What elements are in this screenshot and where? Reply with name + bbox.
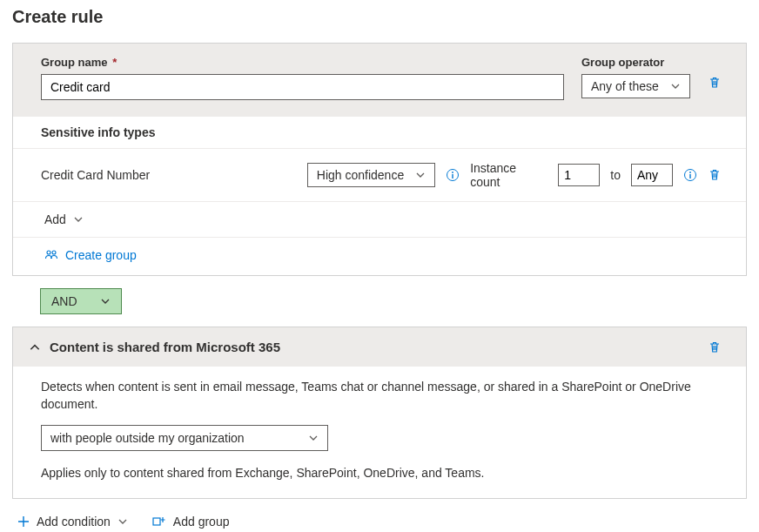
create-group-label: Create group xyxy=(65,248,137,262)
instance-count-label: Instance count xyxy=(470,161,547,189)
footer-actions: Add condition Add group xyxy=(12,511,747,532)
condition-description: Detects when content is sent in email me… xyxy=(41,379,718,413)
add-condition-button[interactable]: Add condition xyxy=(17,515,128,529)
trash-icon[interactable] xyxy=(708,168,722,182)
trash-icon[interactable] xyxy=(708,340,722,354)
svg-rect-5 xyxy=(689,174,690,178)
add-condition-label: Add condition xyxy=(37,515,111,529)
applies-note: Applies only to content shared from Exch… xyxy=(41,465,718,482)
condition-card: Content is shared from Microsoft 365 Det… xyxy=(12,327,747,499)
page-title: Create rule xyxy=(12,7,747,27)
instance-count-to[interactable] xyxy=(631,164,673,186)
condition-title: Content is shared from Microsoft 365 xyxy=(50,340,699,354)
group-name-label: Group name * xyxy=(41,56,564,69)
to-label: to xyxy=(610,168,621,182)
group-people-icon xyxy=(44,248,58,262)
group-add-icon xyxy=(152,515,166,528)
create-group-button[interactable]: Create group xyxy=(44,248,137,262)
condition-header: Content is shared from Microsoft 365 xyxy=(13,327,746,367)
logic-operator-select[interactable]: AND xyxy=(40,288,122,314)
sensitive-info-types-header: Sensitive info types xyxy=(13,116,746,149)
add-label: Add xyxy=(44,212,66,226)
confidence-select[interactable]: High confidence xyxy=(307,163,435,187)
group-operator-select[interactable]: Any of these xyxy=(581,74,690,98)
share-scope-select[interactable]: with people outside my organization xyxy=(41,425,328,451)
logic-operator-label: AND xyxy=(51,294,77,308)
group-operator-value: Any of these xyxy=(591,79,659,93)
svg-rect-8 xyxy=(153,518,160,525)
svg-rect-2 xyxy=(452,174,453,178)
svg-point-1 xyxy=(452,172,453,173)
add-group-button[interactable]: Add group xyxy=(152,515,230,529)
group-header: Group name * Group operator Any of these xyxy=(13,44,746,116)
confidence-value: High confidence xyxy=(317,168,404,182)
info-icon[interactable] xyxy=(446,168,460,182)
chevron-down-icon xyxy=(100,296,111,306)
group-card: Group name * Group operator Any of these… xyxy=(12,43,747,276)
svg-point-4 xyxy=(689,172,691,173)
share-scope-value: with people outside my organization xyxy=(50,431,245,445)
instance-count-from[interactable] xyxy=(558,164,600,186)
svg-point-7 xyxy=(52,251,56,254)
group-name-label-text: Group name xyxy=(41,56,108,69)
group-name-input[interactable] xyxy=(41,74,564,100)
info-icon[interactable] xyxy=(683,168,697,182)
sit-name: Credit Card Number xyxy=(41,168,297,182)
chevron-down-icon xyxy=(415,170,426,180)
sensitive-info-type-row: Credit Card Number High confidence Insta… xyxy=(13,149,746,201)
svg-point-6 xyxy=(47,251,50,254)
chevron-down-icon xyxy=(308,433,319,443)
chevron-down-icon xyxy=(118,516,128,527)
chevron-up-icon[interactable] xyxy=(29,341,41,354)
required-asterisk: * xyxy=(112,56,117,69)
group-operator-label: Group operator xyxy=(581,56,690,69)
chevron-down-icon xyxy=(73,214,84,225)
trash-icon[interactable] xyxy=(708,76,722,90)
add-group-label: Add group xyxy=(173,515,230,529)
add-sit-button[interactable]: Add xyxy=(44,212,84,226)
chevron-down-icon xyxy=(670,81,681,91)
plus-icon xyxy=(17,515,30,528)
